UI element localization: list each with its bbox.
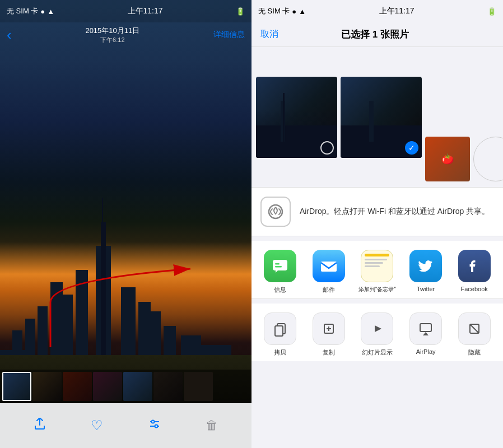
nav-date-sub: 下午6:12 <box>85 36 139 44</box>
action-slideshow[interactable]: 幻灯片显示 <box>353 312 402 357</box>
photo-thumb-2[interactable]: ✓ <box>341 77 422 158</box>
svg-point-2 <box>151 421 154 423</box>
thumb-4[interactable] <box>93 372 122 401</box>
twitter-label: Twitter <box>417 286 435 292</box>
share-app-notes[interactable]: 添加到"备忘录" <box>353 250 402 294</box>
signal-icon-left: ● <box>40 7 45 16</box>
right-panel: 无 SIM 卡 ● ▲ 上午11:17 🔋 取消 已选择 1 张照片 <box>252 0 503 448</box>
slideshow-label: 幻灯片显示 <box>362 348 393 357</box>
status-bar-left: 无 SIM 卡 ● ▲ 上午11:17 🔋 <box>0 0 252 22</box>
svg-rect-12 <box>275 326 283 336</box>
thumb-6[interactable] <box>153 372 183 401</box>
thumb-1[interactable] <box>2 372 31 401</box>
city-photo <box>0 0 252 403</box>
action-row: 拷贝 复制 幻灯片显示 <box>252 304 503 361</box>
mail-label: 邮件 <box>323 286 335 294</box>
thumb-2[interactable] <box>32 372 62 401</box>
airplay-label: AirPlay <box>416 348 436 355</box>
bottom-toolbar-left: ♡ 🗑 <box>0 403 252 448</box>
share-app-mail[interactable]: 邮件 <box>305 250 353 294</box>
svg-line-20 <box>470 324 479 333</box>
photo-1-unselected <box>320 141 334 155</box>
nav-bar-left: ‹ 2015年10月11日 下午6:12 详细信息 <box>0 22 252 47</box>
copy-label: 拷贝 <box>274 348 286 357</box>
thumb-5[interactable] <box>123 372 152 401</box>
action-hide[interactable]: 隐藏 <box>450 312 499 357</box>
battery-left: 🔋 <box>236 7 245 16</box>
cancel-button[interactable]: 取消 <box>260 29 278 40</box>
airdrop-section: AirDrop。轻点打开 Wi-Fi 和蓝牙以通过 AirDrop 共享。 <box>252 188 503 236</box>
photo-thumb-1[interactable] <box>256 77 337 158</box>
airdrop-text: AirDrop。轻点打开 Wi-Fi 和蓝牙以通过 AirDrop 共享。 <box>300 206 490 217</box>
svg-rect-8 <box>275 263 280 265</box>
messages-label: 信息 <box>274 286 286 294</box>
time-left: 上午11:17 <box>128 6 163 16</box>
nav-date-block: 2015年10月11日 下午6:12 <box>85 26 139 44</box>
photo-2-selected: ✓ <box>405 141 418 155</box>
hide-label: 隐藏 <box>468 348 481 357</box>
twitter-icon <box>409 250 442 282</box>
back-chevron-icon: ‹ <box>7 26 12 44</box>
time-right: 上午11:17 <box>379 6 414 16</box>
notes-label: 添加到"备忘录" <box>358 286 396 293</box>
slideshow-icon <box>361 312 393 345</box>
svg-marker-16 <box>375 325 381 332</box>
share-app-facebook[interactable]: Facebook <box>450 250 499 294</box>
heart-button[interactable]: ♡ <box>91 418 103 433</box>
thumb-3[interactable] <box>63 372 92 401</box>
share-app-twitter[interactable]: Twitter <box>402 250 450 294</box>
trash-button[interactable]: 🗑 <box>206 418 218 433</box>
action-airplay[interactable]: AirPlay <box>402 312 450 357</box>
wifi-icon-right: ▲ <box>299 7 306 16</box>
left-panel: 无 SIM 卡 ● ▲ 上午11:17 🔋 ‹ 2015年10月11日 下午6:… <box>0 0 252 448</box>
battery-right: 🔋 <box>487 7 496 16</box>
carrier-left: 无 SIM 卡 <box>7 6 38 16</box>
share-button[interactable] <box>34 418 46 433</box>
thumb-7[interactable] <box>184 372 213 401</box>
wifi-icon-left: ▲ <box>47 7 54 16</box>
signal-icon-right: ● <box>292 7 296 16</box>
notes-icon <box>361 250 393 282</box>
messages-icon <box>264 250 296 282</box>
back-button[interactable]: ‹ <box>7 26 12 44</box>
photo-thumb-empty[interactable] <box>473 137 503 181</box>
mail-icon <box>313 250 345 282</box>
photo-grid-area: ✓ 🍅 <box>252 47 503 187</box>
airdrop-icon <box>260 197 291 227</box>
duplicate-icon <box>313 312 345 345</box>
facebook-label: Facebook <box>461 286 488 292</box>
thumbnail-strip <box>0 370 252 403</box>
detail-button[interactable]: 详细信息 <box>213 30 245 40</box>
photo-thumb-small[interactable]: 🍅 <box>425 137 470 181</box>
nav-bar-right: 取消 已选择 1 张照片 <box>252 22 503 47</box>
svg-rect-6 <box>273 260 287 270</box>
hide-icon <box>458 312 491 345</box>
action-duplicate[interactable]: 复制 <box>305 312 353 357</box>
action-copy[interactable]: 拷贝 <box>256 312 305 357</box>
share-apps-row: 信息 邮件 添加到"备忘录" <box>252 241 503 299</box>
facebook-icon <box>458 250 491 282</box>
filter-button[interactable] <box>148 418 161 433</box>
svg-rect-17 <box>420 324 431 332</box>
svg-rect-9 <box>275 266 282 268</box>
svg-point-3 <box>155 425 157 428</box>
share-app-messages[interactable]: 信息 <box>256 250 305 294</box>
duplicate-label: 复制 <box>323 348 335 357</box>
nav-date-main: 2015年10月11日 <box>85 26 139 36</box>
airplay-icon <box>409 312 442 345</box>
status-bar-right: 无 SIM 卡 ● ▲ 上午11:17 🔋 <box>252 0 503 22</box>
carrier-right: 无 SIM 卡 <box>258 6 290 16</box>
svg-rect-10 <box>321 262 337 272</box>
svg-marker-18 <box>423 332 429 335</box>
selected-title: 已选择 1 张照片 <box>341 28 409 41</box>
copy-icon <box>264 312 296 345</box>
